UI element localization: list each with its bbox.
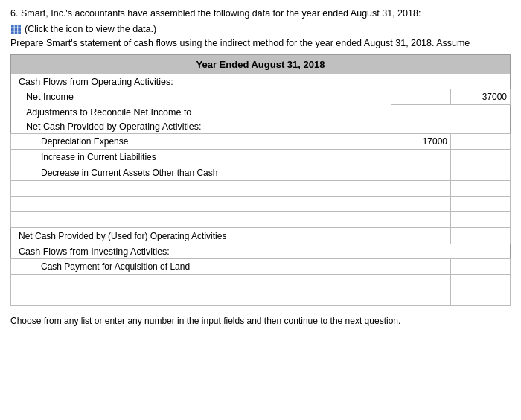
table-row: Cash Payment for Acquisition of Land (11, 258, 511, 274)
input-net-cash-total[interactable] (454, 230, 507, 241)
input-empty4-col2[interactable] (454, 183, 507, 194)
row-input-empty4-col2[interactable] (451, 181, 511, 197)
row-label-current-liabilities: Increase in Current Liabilities (11, 150, 391, 165)
row-input-empty6-col2[interactable] (451, 212, 511, 228)
row-input-depreciation-col2[interactable] (451, 134, 511, 150)
input-empty6-col1[interactable] (394, 214, 447, 225)
row-input-empty4-col1[interactable] (391, 181, 451, 197)
input-assets-col1[interactable] (394, 168, 447, 178)
net-cash-total-spacer (391, 228, 451, 244)
input-land-col1[interactable] (394, 261, 447, 272)
row-input-liabilities-col1[interactable] (391, 150, 451, 165)
row-label-current-assets: Decrease in Current Assets Other than Ca… (11, 165, 391, 181)
adjustments-label: Adjustments to Reconcile Net Income to (11, 105, 511, 120)
row-input-invest-empty2-col2[interactable] (451, 274, 511, 290)
net-cash-total-row: Net Cash Provided by (Used for) Operatin… (11, 228, 511, 244)
net-income-row: Net Income 37000 (11, 89, 511, 105)
row-input-invest-empty3-col2[interactable] (451, 290, 511, 305)
investing-section-label: Cash Flows from Investing Activities: (11, 244, 511, 258)
input-empty5-col1[interactable] (394, 199, 447, 209)
grid-icon[interactable] (10, 24, 21, 34)
page: 6. Smart, Inc.'s accountants have assemb… (0, 0, 521, 420)
row-input-empty5-col2[interactable] (451, 197, 511, 212)
input-invest-empty2-col2[interactable] (454, 277, 507, 287)
net-income-value: 37000 (451, 89, 511, 105)
table-row: Decrease in Current Assets Other than Ca… (11, 165, 511, 181)
footer-note: Choose from any list or enter any number… (10, 311, 511, 326)
row-input-empty5-col1[interactable] (391, 197, 451, 212)
row-label-depreciation: Depreciation Expense (11, 134, 391, 150)
table-row (11, 197, 511, 212)
row-input-land-col2[interactable] (451, 258, 511, 274)
input-assets-col2[interactable] (454, 168, 507, 178)
table-row (11, 181, 511, 197)
question-number: 6. (10, 8, 18, 19)
row-input-liabilities-col2[interactable] (451, 150, 511, 165)
row-label-invest-empty3 (11, 290, 391, 305)
table-row (11, 212, 511, 228)
table-row: Increase in Current Liabilities (11, 150, 511, 165)
question-header: 6. Smart, Inc.'s accountants have assemb… (10, 7, 511, 21)
input-invest-empty2-col1[interactable] (394, 277, 447, 287)
row-input-invest-empty2-col1[interactable] (391, 274, 451, 290)
row-label-empty5 (11, 197, 391, 212)
row-input-invest-empty3-col1[interactable] (391, 290, 451, 305)
row-input-depreciation-col1[interactable] (391, 134, 451, 150)
input-depreciation-col2[interactable] (454, 136, 507, 147)
input-empty4-col1[interactable] (394, 183, 447, 194)
row-input-assets-col2[interactable] (451, 165, 511, 181)
net-cash-total-value[interactable] (451, 228, 511, 244)
click-icon-row: (Click the icon to view the data.) (10, 24, 511, 34)
input-land-col2[interactable] (454, 261, 507, 272)
table-row (11, 274, 511, 290)
row-label-empty6 (11, 212, 391, 228)
input-liabilities-col2[interactable] (454, 152, 507, 162)
operating-section-label: Cash Flows from Operating Activities: (11, 74, 511, 89)
input-empty6-col2[interactable] (454, 214, 507, 225)
operating-section-header: Cash Flows from Operating Activities: (11, 74, 511, 89)
table-header: Year Ended August 31, 2018 (11, 55, 511, 74)
statement-table: Year Ended August 31, 2018 Cash Flows fr… (10, 54, 511, 306)
row-input-assets-col1[interactable] (391, 165, 451, 181)
table-row (11, 290, 511, 305)
input-empty5-col2[interactable] (454, 199, 507, 209)
input-liabilities-col1[interactable] (394, 152, 447, 162)
row-input-empty6-col1[interactable] (391, 212, 451, 228)
input-invest-empty3-col1[interactable] (394, 293, 447, 303)
prepare-text: Prepare Smart's statement of cash flows … (10, 37, 511, 51)
click-icon-text[interactable]: (Click the icon to view the data.) (25, 24, 156, 34)
input-depreciation-col1[interactable] (394, 136, 447, 147)
net-cash-label: Net Cash Provided by Operating Activitie… (11, 119, 511, 134)
row-label-land: Cash Payment for Acquisition of Land (11, 258, 391, 274)
input-invest-empty3-col2[interactable] (454, 293, 507, 303)
row-label-empty4 (11, 181, 391, 197)
investing-section-header: Cash Flows from Investing Activities: (11, 244, 511, 258)
question-text: Smart, Inc.'s accountants have assembled… (21, 8, 421, 19)
row-label-invest-empty2 (11, 274, 391, 290)
row-input-land-col1[interactable] (391, 258, 451, 274)
net-income-label: Net Income (11, 89, 391, 105)
adjustments-row: Adjustments to Reconcile Net Income to (11, 105, 511, 120)
net-income-spacer (391, 89, 451, 105)
table-row: Depreciation Expense (11, 134, 511, 150)
net-cash-label-row: Net Cash Provided by Operating Activitie… (11, 119, 511, 134)
net-cash-total-label: Net Cash Provided by (Used for) Operatin… (11, 228, 391, 244)
